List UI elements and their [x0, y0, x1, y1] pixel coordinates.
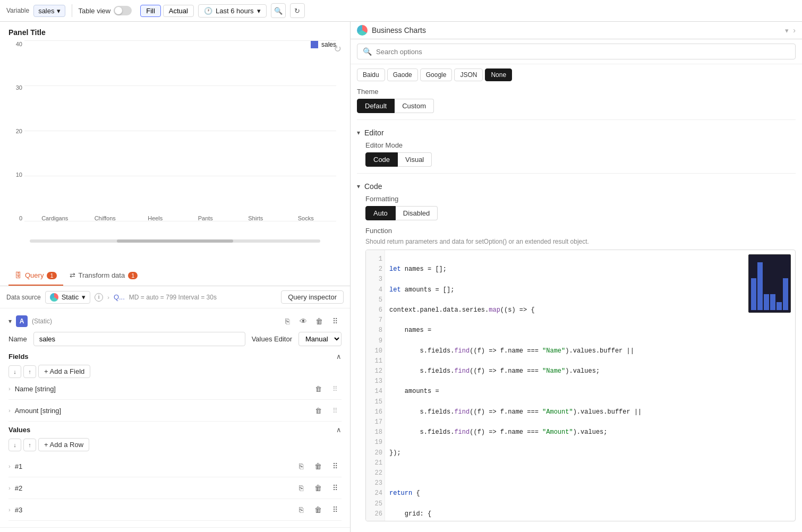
row-2-drag[interactable]: ⠿ — [329, 482, 342, 494]
search-icon: 🔍 — [363, 47, 372, 56]
map-tabs: Baidu Gaode Google JSON None — [357, 64, 796, 81]
code-arrow-icon: ▾ — [357, 183, 360, 190]
panel-expand-icon[interactable]: › — [793, 26, 796, 35]
field-delete-name[interactable]: 🗑 — [312, 382, 325, 395]
tab-transform[interactable]: ⇄ Transform data 1 — [63, 266, 144, 286]
field-expand-amount[interactable]: › — [8, 407, 11, 414]
values-editor-select[interactable]: Manual — [298, 332, 342, 346]
search-bar: 🔍 — [351, 39, 802, 64]
ln-6: 6 — [368, 305, 382, 315]
field-drag-amount[interactable]: ⠿ — [329, 404, 342, 417]
table-view-toggle[interactable]: Table view — [79, 6, 132, 15]
formatting-disabled-btn[interactable]: Disabled — [396, 206, 438, 220]
sort-down-btn[interactable]: ↓ — [8, 365, 21, 378]
theme-custom-btn[interactable]: Custom — [395, 99, 434, 113]
time-range-picker[interactable]: 🕐 Last 6 hours ▾ — [198, 4, 267, 18]
main-layout: Panel Title sales 40 30 20 10 0 — [0, 22, 802, 532]
variable-label: Variable — [6, 7, 29, 14]
query-a-collapse[interactable]: ▾ — [8, 318, 12, 325]
query-id[interactable]: Q... — [114, 293, 125, 301]
info-icon[interactable]: i — [95, 293, 103, 302]
chart-scrollbar[interactable] — [30, 239, 320, 243]
row-1-drag[interactable]: ⠿ — [329, 460, 342, 473]
mini-bar-2 — [757, 262, 763, 310]
sort-up-btn[interactable]: ↑ — [23, 365, 36, 378]
ln-26: 26 — [368, 509, 382, 519]
field-expand-name[interactable]: › — [8, 385, 11, 392]
row-3-delete[interactable]: 🗑 — [312, 503, 325, 516]
row-1-delete[interactable]: 🗑 — [312, 460, 325, 473]
row-1-label: #1 — [15, 462, 291, 470]
query-eye-btn[interactable]: 👁 — [297, 315, 310, 328]
query-badge: 1 — [47, 272, 56, 279]
theme-default-btn[interactable]: Default — [357, 99, 395, 113]
fields-title: Fields — [8, 353, 29, 361]
ds-select[interactable]: Static ▾ — [45, 291, 91, 304]
row-2-expand[interactable]: › — [8, 485, 11, 491]
panel-chevron-icon[interactable]: ▾ — [785, 27, 789, 35]
add-field-button[interactable]: + Add a Field — [38, 365, 90, 378]
ds-chevron-icon: ▾ — [82, 293, 86, 301]
query-copy-btn[interactable]: ⎘ — [281, 315, 294, 328]
name-input[interactable] — [33, 332, 245, 346]
row-3-drag[interactable]: ⠿ — [329, 503, 342, 516]
code-group-header[interactable]: ▾ Code — [357, 178, 796, 195]
row-3-label: #3 — [15, 506, 291, 514]
row-2-copy[interactable]: ⎘ — [295, 482, 308, 494]
editor-group-header[interactable]: ▾ Editor — [357, 124, 796, 141]
actual-button[interactable]: Actual — [163, 5, 194, 17]
editor-group-title: Editor — [364, 128, 384, 137]
ln-11: 11 — [368, 356, 382, 366]
query-delete-btn[interactable]: 🗑 — [313, 315, 326, 328]
transform-badge: 1 — [128, 272, 138, 279]
field-drag-name[interactable]: ⠿ — [329, 382, 342, 395]
field-amount-string: Amount [string] — [15, 407, 308, 415]
mode-code-btn[interactable]: Code — [365, 152, 398, 167]
chart-refresh[interactable]: ↻ — [334, 43, 342, 55]
row-3-copy[interactable]: ⎘ — [295, 503, 308, 516]
tab-query[interactable]: 🗄 Query 1 — [8, 266, 63, 286]
row-sort-up[interactable]: ↑ — [23, 439, 36, 451]
row-2-label: #2 — [15, 484, 291, 492]
field-delete-amount[interactable]: 🗑 — [312, 404, 325, 417]
fields-collapse-icon[interactable]: ∧ — [336, 353, 342, 361]
row-1: › #1 ⎘ 🗑 ⠿ — [8, 456, 342, 477]
variable-select[interactable]: sales ▾ — [33, 5, 65, 17]
mode-visual-btn[interactable]: Visual — [398, 152, 432, 167]
map-tab-json[interactable]: JSON — [454, 68, 483, 81]
toggle-knob — [115, 7, 122, 14]
search-input[interactable] — [376, 48, 790, 56]
fill-button[interactable]: Fill — [140, 5, 161, 17]
code-group-content: Formatting Auto Disabled Function Should… — [357, 195, 796, 521]
map-tab-none[interactable]: None — [485, 68, 512, 81]
code-content[interactable]: let names = []; let amounts = []; contex… — [385, 250, 795, 521]
refresh-button[interactable]: ↻ — [290, 3, 305, 18]
map-tab-baidu[interactable]: Baidu — [357, 68, 385, 81]
row-1-copy[interactable]: ⎘ — [295, 460, 308, 473]
formatting-auto-btn[interactable]: Auto — [365, 206, 396, 220]
map-tab-google[interactable]: Google — [420, 68, 453, 81]
panel-title: Panel Title — [8, 28, 342, 37]
zoom-button[interactable]: 🔍 — [271, 3, 286, 18]
row-sort-down[interactable]: ↓ — [8, 439, 21, 451]
query-inspector-button[interactable]: Query inspector — [281, 290, 344, 304]
editor-mode-options: Code Visual — [365, 152, 796, 167]
toggle-switch[interactable] — [114, 6, 132, 15]
add-row-button[interactable]: + Add a Row — [38, 438, 89, 451]
row-3-expand[interactable]: › — [8, 507, 11, 513]
top-toolbar: Variable sales ▾ Table view Fill Actual … — [0, 0, 802, 22]
theme-options: Default Custom — [357, 99, 796, 113]
values-collapse-icon[interactable]: ∧ — [336, 426, 342, 434]
code-editor[interactable]: 1 2 3 4 5 6 7 8 9 10 — [365, 250, 796, 521]
bar-heels: Heels — [130, 211, 181, 221]
row-2-delete[interactable]: 🗑 — [312, 482, 325, 494]
ln-12: 12 — [368, 366, 382, 376]
code-line-7: amounts = — [389, 387, 791, 397]
map-tab-gaode[interactable]: Gaode — [387, 68, 418, 81]
field-controls: ↓ ↑ + Add a Field — [8, 365, 342, 378]
values-title: Values — [8, 426, 30, 434]
query-drag-btn[interactable]: ⠿ — [329, 315, 342, 328]
ds-label: Data source — [6, 294, 41, 301]
row-1-expand[interactable]: › — [8, 463, 11, 469]
editor-arrow-icon: ▾ — [357, 129, 360, 136]
